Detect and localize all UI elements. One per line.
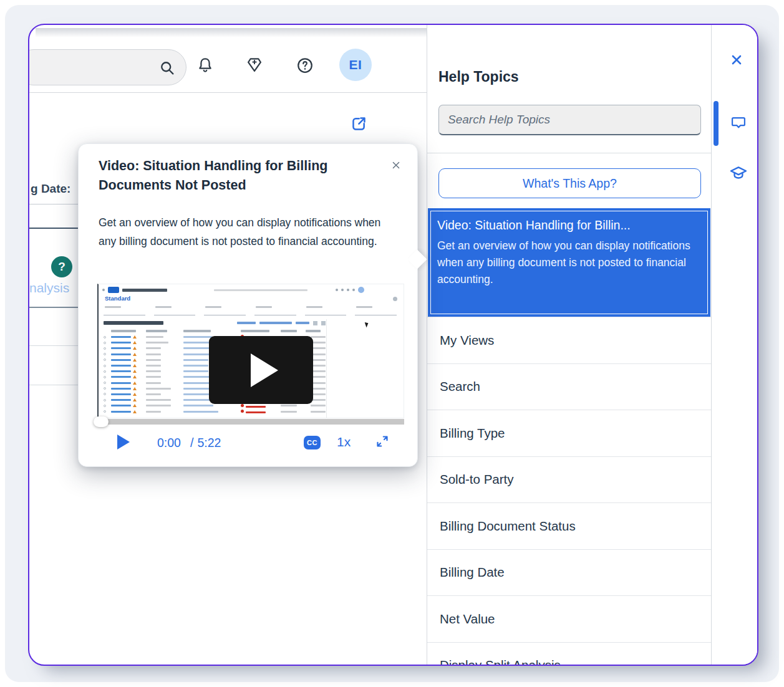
mini-bar — [111, 382, 131, 384]
mini-bar — [146, 347, 161, 349]
mini-bar — [104, 342, 111, 344]
mini-filter-field — [254, 305, 296, 317]
mini-bar — [146, 370, 183, 372]
user-avatar[interactable]: EI — [339, 49, 372, 81]
mini-bar — [111, 341, 146, 344]
table-divider — [29, 307, 79, 308]
mini-app-title-bar — [122, 289, 167, 292]
topic-item-billing-type[interactable]: Billing Type — [427, 410, 711, 456]
mini-bar — [281, 411, 297, 413]
learning-graduation-cap-icon[interactable] — [728, 163, 748, 183]
mini-bar — [104, 405, 111, 407]
mini-link-bar — [296, 322, 309, 324]
table-divider — [29, 345, 79, 346]
help-search-input[interactable] — [438, 105, 701, 135]
closed-captions-button[interactable]: CC — [304, 436, 321, 449]
video-seek-bar[interactable] — [107, 419, 404, 425]
mini-bar — [146, 359, 161, 361]
help-topics-tab-chat-bubble-icon[interactable] — [730, 114, 747, 132]
mini-bar — [146, 376, 183, 378]
mini-bar — [146, 411, 161, 413]
mini-column-header — [104, 329, 326, 333]
mini-bar — [104, 410, 106, 413]
topic-item-billing-document-status[interactable]: Billing Document Status — [427, 502, 711, 549]
help-question-icon[interactable] — [296, 56, 314, 75]
mini-bar — [306, 306, 322, 308]
mini-bar — [183, 336, 212, 338]
mini-bar — [111, 364, 146, 367]
help-side-toolbar — [712, 25, 757, 666]
mini-bar — [146, 342, 168, 344]
video-thumbnail[interactable]: Standard — [97, 284, 404, 418]
duration: 5:22 — [197, 436, 221, 449]
topic-item-search[interactable]: Search — [427, 363, 711, 410]
notifications-bell-icon[interactable] — [196, 56, 215, 75]
mini-bar — [111, 370, 146, 373]
mini-bar — [111, 375, 146, 378]
mini-bar — [133, 382, 137, 385]
mini-bar — [111, 342, 131, 344]
mini-bar — [111, 376, 131, 378]
mini-bar — [241, 330, 269, 332]
topic-item-net-value[interactable]: Net Value — [427, 595, 711, 642]
topic-item-my-views[interactable]: My Views — [427, 317, 711, 363]
mini-bar — [306, 411, 326, 413]
shell-search-input[interactable] — [28, 49, 186, 85]
panel-divider — [427, 153, 711, 153]
mini-bar — [111, 405, 131, 406]
tag-gem-plus-icon[interactable] — [245, 55, 264, 74]
popover-title: Video: Situation Handling for Billing Do… — [99, 156, 373, 195]
mini-bar — [155, 306, 172, 308]
mini-bar — [111, 399, 131, 401]
mini-view-label: Standard — [105, 295, 130, 302]
billing-date-label: g Date: — [31, 182, 70, 196]
playback-speed-button[interactable]: 1x — [337, 435, 351, 449]
mini-shell-icon — [352, 289, 355, 291]
mini-toolbar-icon — [321, 321, 326, 325]
mini-bar — [183, 365, 208, 367]
mini-bar — [133, 393, 137, 396]
mini-bar — [241, 404, 281, 408]
mini-bar — [246, 411, 266, 413]
mini-bar — [241, 404, 244, 407]
mini-bar — [241, 330, 281, 332]
whats-this-app-button[interactable]: What's This App? — [438, 168, 701, 198]
mini-bar — [104, 387, 111, 390]
mini-bar — [111, 382, 146, 385]
topic-item-display-split-analysis[interactable]: Display Split Analysis — [427, 642, 711, 666]
highlighted-topic-card[interactable]: Video: Situation Handling for Billin... … — [428, 208, 710, 317]
mini-bar — [183, 330, 241, 332]
mini-bar — [305, 311, 347, 315]
mini-bar — [146, 359, 183, 361]
mini-bar — [133, 404, 137, 407]
topic-item-sold-to-party[interactable]: Sold-to Party — [427, 456, 711, 503]
help-hotspot-badge[interactable]: ? — [51, 256, 72, 277]
mini-bar — [183, 405, 213, 406]
mini-filter-bar — [104, 305, 397, 317]
mini-search-bar — [214, 289, 307, 291]
mini-bar — [111, 365, 131, 367]
fullscreen-expand-icon[interactable] — [374, 433, 390, 449]
table-divider — [29, 385, 79, 385]
mini-bar — [104, 353, 106, 355]
billing-date-field[interactable] — [29, 204, 79, 229]
close-panel-icon[interactable] — [729, 52, 744, 67]
split-analysis-link[interactable]: nalysis — [29, 281, 69, 295]
mini-toolbar-actions — [237, 321, 326, 325]
mini-bar — [133, 398, 137, 401]
mini-bar — [104, 347, 111, 350]
mini-bar — [146, 388, 171, 390]
mini-bar — [281, 405, 306, 406]
share-icon[interactable] — [349, 114, 369, 134]
topic-card-description: Get an overview of how you can display n… — [437, 238, 701, 288]
play-control-icon[interactable] — [117, 435, 130, 449]
mini-bar — [204, 311, 246, 315]
popover-arrow — [407, 249, 427, 269]
mini-bar — [104, 399, 106, 401]
mini-bar — [133, 410, 137, 413]
play-button-overlay[interactable] — [209, 336, 313, 404]
popover-close-icon[interactable] — [390, 159, 402, 171]
seek-handle[interactable] — [94, 416, 109, 427]
mini-bar — [104, 393, 111, 395]
topic-item-billing-date[interactable]: Billing Date — [427, 549, 711, 596]
